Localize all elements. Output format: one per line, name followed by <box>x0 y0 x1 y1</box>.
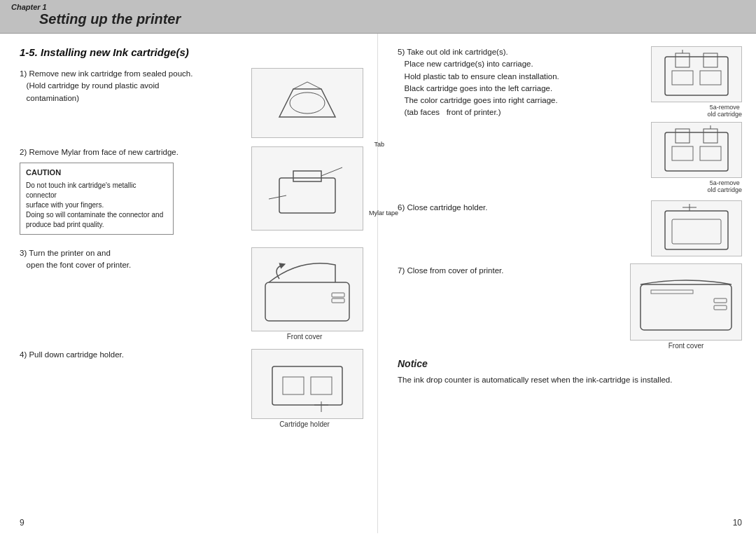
page-header: Chapter 1 Setting up the printer <box>0 0 756 34</box>
step-5a-image-2 <box>651 122 742 178</box>
svg-rect-12 <box>283 377 304 394</box>
svg-rect-29 <box>672 219 721 244</box>
svg-rect-33 <box>714 298 727 303</box>
front-cover-label-1: Front cover <box>287 333 323 341</box>
step-7: 7) Close from cover of printer. <box>398 263 742 350</box>
svg-rect-26 <box>672 146 693 160</box>
step-2-text: 2) Remove Mylar from face of new cartrid… <box>20 146 240 158</box>
svg-rect-4 <box>279 178 335 213</box>
remove-1-label: 5a-removeold cartridge <box>707 104 742 118</box>
step-3-text: 3) Turn the printer on and open the font… <box>20 247 246 272</box>
section-title: 1-5. Installing new Ink cartridge(s) <box>20 46 363 58</box>
svg-line-6 <box>321 167 342 176</box>
svg-rect-35 <box>651 290 693 294</box>
main-content: 1-5. Installing new Ink cartridge(s) 1) … <box>0 34 756 533</box>
step-4-image <box>251 349 363 419</box>
svg-rect-8 <box>265 282 349 321</box>
svg-line-7 <box>269 195 286 199</box>
remove-2-label: 5a-removeold cartridge <box>707 179 742 193</box>
front-cover-label-2: Front cover <box>668 342 704 350</box>
left-column: 1-5. Installing new Ink cartridge(s) 1) … <box>0 34 378 533</box>
caution-text: Do not touch ink cartridge's metallic co… <box>26 181 167 230</box>
cartridge-holder-label: Cartridge holder <box>279 420 330 428</box>
remove-cartridge-svg-1 <box>658 50 735 99</box>
svg-marker-0 <box>279 89 335 117</box>
svg-rect-5 <box>293 171 321 181</box>
svg-rect-19 <box>704 53 718 67</box>
step-4-text: 4) Pull down cartridge holder. <box>20 349 246 361</box>
notice-title: Notice <box>398 357 742 371</box>
step-5-images: 5a-removeold cartridge 5a <box>651 46 742 193</box>
step-4: 4) Pull down cartridge holder. Cartridge… <box>20 349 363 428</box>
svg-rect-24 <box>704 129 718 143</box>
svg-rect-9 <box>332 293 344 297</box>
step-1-image <box>251 68 363 138</box>
step-6-text: 6) Close cartridge holder. <box>398 200 651 214</box>
step-1: 1) Remove new ink cartridge from sealed … <box>20 68 363 138</box>
step-6: 6) Close cartridge holder. <box>398 200 742 256</box>
cartridge-tab-svg <box>265 157 349 220</box>
step-5-text-block: 5) Take out old ink cartridge(s). Place … <box>398 46 651 193</box>
printer-open-svg <box>258 254 356 324</box>
svg-line-1 <box>293 82 307 89</box>
svg-rect-22 <box>665 132 728 171</box>
chapter-label: Chapter 1 <box>11 3 745 11</box>
notice-text: The ink drop counter is automatically re… <box>398 374 742 386</box>
step-1-text: 1) Remove new ink cartridge from sealed … <box>20 68 246 104</box>
svg-rect-34 <box>714 305 727 310</box>
close-holder-svg <box>658 204 735 253</box>
caution-title: CAUTION <box>26 167 167 178</box>
svg-rect-32 <box>640 284 732 330</box>
caution-box: CAUTION Do not touch ink cartridge's met… <box>20 163 174 234</box>
page-title: Setting up the printer <box>39 11 745 27</box>
svg-rect-16 <box>665 57 728 95</box>
page-number-left: 9 <box>20 518 24 528</box>
cartridge-holder-svg <box>262 356 353 412</box>
svg-rect-21 <box>700 71 721 85</box>
svg-rect-13 <box>311 377 332 394</box>
page-number-right: 10 <box>733 518 742 528</box>
pouch-svg <box>265 75 349 131</box>
right-column: 5) Take out old ink cartridge(s). Place … <box>378 34 756 533</box>
step-6-image <box>651 200 742 256</box>
step-2-image <box>251 146 363 231</box>
step-5-text: 5) Take out old ink cartridge(s). Place … <box>398 46 651 119</box>
step-5a-image-1 <box>651 46 742 102</box>
step-2: 2) Remove Mylar from face of new cartrid… <box>20 146 363 239</box>
printer-closed-svg <box>637 270 735 334</box>
svg-rect-23 <box>676 129 690 143</box>
step-5-wrapper: 5) Take out old ink cartridge(s). Place … <box>398 46 742 193</box>
remove-cartridge-svg-2 <box>658 125 735 174</box>
step-3-image <box>251 247 363 331</box>
svg-rect-20 <box>672 71 693 85</box>
step-3: 3) Turn the printer on and open the font… <box>20 247 363 341</box>
step-7-image <box>630 263 742 341</box>
svg-rect-17 <box>676 53 690 67</box>
notice-box: Notice The ink drop counter is automatic… <box>398 357 742 386</box>
svg-rect-10 <box>332 298 344 303</box>
step-7-text: 7) Close from cover of printer. <box>398 263 630 277</box>
svg-rect-27 <box>700 146 721 160</box>
step-3-wrapper: 3) Turn the printer on and open the font… <box>20 247 363 341</box>
svg-line-2 <box>307 82 321 89</box>
svg-point-3 <box>290 92 325 114</box>
